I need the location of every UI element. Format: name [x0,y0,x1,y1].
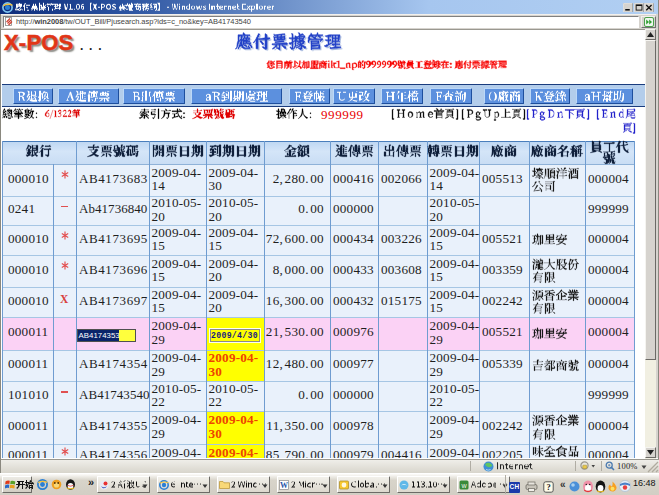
svg-text:W: W [280,481,288,490]
svg-text:?: ? [546,482,550,492]
svg-text:W: W [461,483,467,489]
